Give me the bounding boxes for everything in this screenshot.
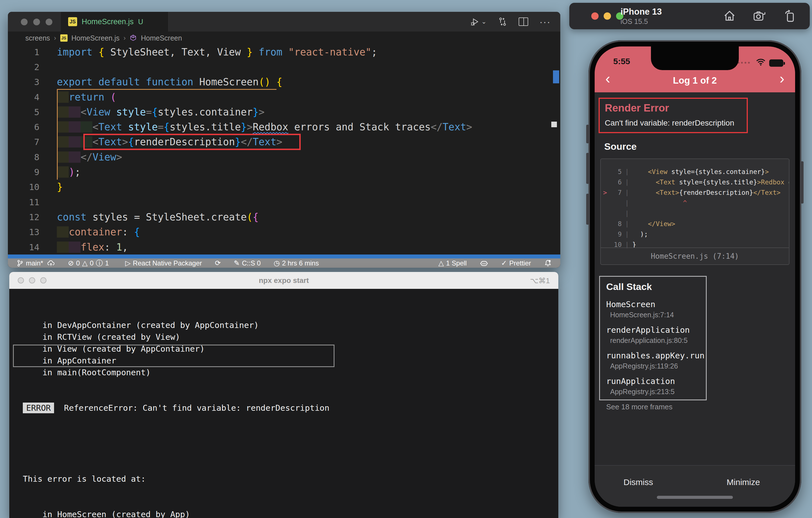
minimize-window-button[interactable] bbox=[604, 12, 611, 20]
check-icon: ✓ bbox=[501, 260, 507, 267]
simulator-os-version: iOS 15.5 bbox=[620, 18, 662, 26]
status-bar-time: 5:55 bbox=[613, 57, 630, 66]
call-stack-frame[interactable]: runApplicationAppRegistry.js:213:5 bbox=[606, 376, 700, 396]
status-copilot[interactable] bbox=[480, 259, 488, 267]
code-line-12[interactable]: 12const styles = StyleSheet.create({ bbox=[8, 209, 560, 224]
line-number: 14 bbox=[8, 242, 39, 252]
gutter-separator: | bbox=[622, 210, 632, 217]
source-file-reference[interactable]: HomeScreen.js (7:14) bbox=[601, 248, 789, 264]
source-line: | bbox=[601, 208, 789, 219]
render-error-message: Can't find variable: renderDescription bbox=[605, 118, 734, 127]
gutter-separator: | bbox=[622, 168, 632, 175]
line-number: 8 bbox=[8, 152, 39, 162]
close-window-button[interactable] bbox=[18, 277, 24, 284]
call-stack-frame[interactable]: renderApplicationrenderApplication.js:80… bbox=[606, 325, 700, 345]
simulator-window-controls[interactable] bbox=[591, 12, 624, 20]
status-branch[interactable]: main* bbox=[16, 259, 43, 267]
logbox-header: 5:55 •••• ‹ Log 1 of 2 › bbox=[594, 47, 795, 92]
battery-icon bbox=[769, 59, 783, 67]
status-task-react-native-packager[interactable]: ▷ React Native Packager bbox=[125, 259, 202, 267]
code-line-14[interactable]: 14 flex: 1, bbox=[8, 239, 560, 255]
code-line-6[interactable]: 6 <Text style={styles.title}>Redbox erro… bbox=[8, 119, 560, 134]
frame-location: AppRegistry.js:119:26 bbox=[610, 362, 700, 370]
gutter-separator: | bbox=[622, 199, 632, 207]
source-line-content: </View> bbox=[632, 220, 675, 228]
code-editor[interactable]: 1import { StyleSheet, Text, View } from … bbox=[8, 45, 560, 255]
code-line-11[interactable]: 11 bbox=[8, 195, 560, 209]
code-line-2[interactable]: 2 bbox=[8, 59, 560, 74]
minimize-window-button[interactable] bbox=[33, 19, 40, 25]
home-icon[interactable] bbox=[722, 9, 736, 23]
status-formatter-prettier[interactable]: ✓ Prettier bbox=[501, 259, 531, 267]
status-cs-counter[interactable]: ✎ C::S 0 bbox=[234, 259, 261, 267]
source-line-content: ); bbox=[632, 231, 648, 238]
code-line-4[interactable]: 4 return ( bbox=[8, 89, 560, 105]
cloud-upload-icon bbox=[47, 259, 55, 267]
copilot-icon bbox=[480, 259, 488, 267]
dismiss-button[interactable]: Dismiss bbox=[624, 478, 653, 487]
frame-location: HomeScreen.js:7:14 bbox=[610, 311, 700, 319]
pencil-icon: ✎ bbox=[234, 260, 240, 267]
vscode-status-bar: main* ⊘ 0 △ 0 ⓘ 1 ▷ React Native Pack bbox=[8, 255, 560, 268]
minimize-window-button[interactable] bbox=[29, 277, 35, 284]
code-line-10[interactable]: 10} bbox=[8, 180, 560, 195]
log-next-button[interactable]: › bbox=[780, 71, 784, 86]
annotation-gray-box-error-line bbox=[13, 345, 335, 367]
breadcrumb-file[interactable]: HomeScreen.js bbox=[71, 34, 120, 42]
status-time-tracker[interactable]: ◷ 2 hrs 6 mins bbox=[274, 259, 319, 267]
more-actions-icon[interactable]: ··· bbox=[540, 16, 551, 27]
status-notifications[interactable] bbox=[544, 259, 552, 267]
annotation-red-box-code-line7 bbox=[83, 134, 301, 150]
screenshot-camera-icon[interactable] bbox=[752, 9, 766, 23]
status-problems[interactable]: ⊘ 0 △ 0 ⓘ 1 bbox=[68, 259, 109, 267]
code-line-1[interactable]: 1import { StyleSheet, Text, View } from … bbox=[8, 45, 560, 59]
terminal-line: in RCTView (created by View) bbox=[23, 331, 558, 343]
gutter-separator: | bbox=[622, 220, 632, 228]
info-icon: ⓘ bbox=[96, 260, 103, 267]
rotate-device-icon[interactable] bbox=[782, 9, 796, 23]
terminal-located-header: This error is located at: bbox=[23, 473, 558, 485]
code-line-8[interactable]: 8 </View> bbox=[8, 149, 560, 165]
line-number: 11 bbox=[8, 197, 39, 207]
status-sync-publish[interactable] bbox=[47, 259, 55, 267]
code-line-9[interactable]: 9 ); bbox=[8, 165, 560, 179]
home-indicator[interactable] bbox=[657, 496, 733, 499]
terminal-shortcut-badge: ⌥⌘1 bbox=[530, 277, 550, 285]
tab-homescreen-js[interactable]: JS HomeScreen.js U bbox=[61, 12, 168, 31]
line-content: const styles = StyleSheet.create({ bbox=[39, 211, 258, 223]
split-editor-icon[interactable] bbox=[519, 18, 528, 26]
call-stack-more-frames[interactable]: See 18 more frames bbox=[606, 403, 700, 411]
run-debug-button[interactable]: ⌄ bbox=[470, 17, 487, 26]
terminal-output[interactable]: in DevAppContainer (created by AppContai… bbox=[9, 289, 558, 518]
line-content: export default function HomeScreen() { bbox=[39, 76, 282, 88]
breadcrumb-folder[interactable]: screens bbox=[25, 34, 50, 42]
line-content: return ( bbox=[39, 91, 116, 103]
frame-function: runnables.appKey.run bbox=[606, 351, 700, 361]
breadcrumb[interactable]: screens › JS HomeScreen.js › HomeScreen bbox=[8, 31, 560, 45]
zoom-window-button[interactable] bbox=[40, 277, 47, 284]
source-line-number: 6 bbox=[609, 178, 622, 186]
open-changes-button[interactable] bbox=[498, 17, 508, 26]
code-line-13[interactable]: 13 container: { bbox=[8, 225, 560, 239]
source-section-heading: Source bbox=[604, 141, 637, 152]
minimize-button[interactable]: Minimize bbox=[727, 478, 760, 487]
status-spell-checker[interactable]: △ 1 Spell bbox=[438, 259, 467, 267]
breadcrumb-symbol[interactable]: HomeScreen bbox=[141, 34, 182, 42]
terminal-window-controls[interactable] bbox=[18, 277, 47, 284]
line-number: 3 bbox=[8, 77, 39, 87]
code-line-5[interactable]: 5 <View style={styles.container}> bbox=[8, 105, 560, 119]
frame-function: renderApplication bbox=[606, 325, 700, 335]
close-window-button[interactable] bbox=[21, 19, 28, 25]
call-stack-frame[interactable]: HomeScreenHomeScreen.js:7:14 bbox=[606, 299, 700, 319]
warning-icon: △ bbox=[438, 260, 444, 267]
line-content: <Text style={styles.title}>Redbox errors… bbox=[39, 121, 472, 133]
chevron-down-icon: ⌄ bbox=[482, 18, 487, 25]
call-stack-frame[interactable]: runnables.appKey.runAppRegistry.js:119:2… bbox=[606, 351, 700, 370]
code-line-3[interactable]: 3export default function HomeScreen() { bbox=[8, 75, 560, 89]
volume-down-button bbox=[586, 194, 589, 225]
status-sync-icon-item[interactable]: ⟳ bbox=[215, 260, 221, 267]
tab-filename: HomeScreen.js bbox=[82, 18, 134, 26]
zoom-window-button[interactable] bbox=[46, 19, 52, 25]
close-window-button[interactable] bbox=[591, 12, 599, 20]
window-controls[interactable] bbox=[21, 19, 52, 25]
